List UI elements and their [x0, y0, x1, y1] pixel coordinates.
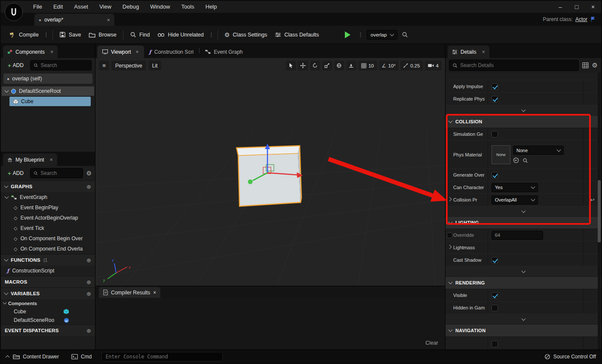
graphs-section-header[interactable]: GRAPHS ⊕: [1, 180, 95, 192]
lit-button[interactable]: Lit: [148, 61, 162, 70]
surface-snap-button[interactable]: [346, 61, 356, 70]
macros-section-header[interactable]: MACROS ⊕: [1, 276, 95, 288]
menu-edit[interactable]: Edit: [48, 1, 68, 13]
add-dispatcher-icon[interactable]: ⊕: [86, 327, 91, 334]
asset-tab-overlap[interactable]: ● overlap* ×: [34, 14, 114, 26]
variables-category-components[interactable]: Components: [1, 299, 95, 307]
property-matrix-icon[interactable]: [582, 62, 589, 68]
construction-script-row[interactable]: ƒ ConstructionScript: [1, 266, 95, 276]
browse-button[interactable]: Browse: [85, 28, 120, 41]
cmd-button[interactable]: Cmd: [71, 354, 92, 360]
tab-compiler-results[interactable]: Compiler Results ×: [99, 287, 160, 298]
rendering-advanced-expander[interactable]: [445, 314, 601, 324]
source-control-button[interactable]: Source Control Off: [544, 354, 596, 360]
details-search-input[interactable]: [460, 62, 575, 68]
hidden-in-game-checkbox[interactable]: [491, 305, 498, 311]
menu-window[interactable]: Window: [144, 1, 175, 13]
play-options-icon[interactable]: ⋮: [357, 31, 364, 38]
play-button[interactable]: [341, 28, 354, 41]
event-row[interactable]: ◇ Event Tick: [1, 223, 95, 233]
tab-event-graph[interactable]: Event Graph: [200, 46, 248, 58]
menu-tools[interactable]: Tools: [175, 1, 200, 13]
components-search-input[interactable]: [40, 62, 88, 68]
select-tool-button[interactable]: [286, 61, 296, 70]
close-icon[interactable]: ×: [50, 49, 53, 55]
expand-chevron-icon[interactable]: [447, 197, 452, 202]
cast-shadow-checkbox[interactable]: [491, 257, 498, 263]
tab-construction-script[interactable]: ƒ Construction Scri: [144, 46, 199, 58]
event-graph-row[interactable]: EventGraph: [1, 192, 95, 202]
variable-row-scene-root[interactable]: DefaultSceneRoo: [1, 316, 95, 324]
variables-section-header[interactable]: VARIABLES ⊕: [1, 288, 95, 299]
event-row[interactable]: ◇ Event BeginPlay: [1, 202, 95, 213]
compile-options-icon[interactable]: ⋮: [43, 31, 50, 38]
grid-snap-control[interactable]: 10: [358, 61, 377, 70]
overridden-enable-checkbox[interactable]: [447, 232, 452, 238]
clear-button[interactable]: Clear: [425, 340, 438, 346]
event-row[interactable]: ◇ On Component End Overla: [1, 244, 95, 254]
navigation-section-header[interactable]: NAVIGATION: [445, 324, 601, 337]
lighting-section-header[interactable]: LIGHTING: [445, 217, 601, 229]
details-settings-gear-icon[interactable]: ⚙: [592, 61, 598, 69]
close-icon[interactable]: ×: [135, 49, 138, 55]
overridden-light-map-input[interactable]: [491, 231, 543, 240]
lighting-advanced-expander[interactable]: [445, 266, 601, 277]
minimize-button[interactable]: –: [552, 1, 568, 13]
add-macro-icon[interactable]: ⊕: [86, 279, 91, 285]
viewport-options-button[interactable]: ≡: [99, 61, 109, 70]
phys-material-thumbnail[interactable]: None: [491, 145, 510, 164]
add-variable-icon[interactable]: ⊕: [86, 291, 91, 297]
world-coordinate-button[interactable]: [334, 61, 344, 70]
blueprint-add-button[interactable]: + ADD: [4, 169, 27, 178]
physics-advanced-expander[interactable]: [445, 105, 601, 116]
can-character-dropdown[interactable]: Yes: [491, 183, 538, 192]
menu-help[interactable]: Help: [200, 1, 223, 13]
find-button[interactable]: Find: [126, 28, 154, 41]
expand-chevron-icon[interactable]: [5, 89, 9, 93]
menu-asset[interactable]: Asset: [68, 1, 94, 13]
menu-debug[interactable]: Debug: [117, 1, 144, 13]
event-row[interactable]: ◇ Event ActorBeginOverlap: [1, 213, 95, 223]
tab-viewport[interactable]: Viewport ×: [97, 46, 144, 58]
component-row-scene-root[interactable]: DefaultSceneRoot: [2, 86, 94, 96]
toolbar-search-icon[interactable]: [402, 31, 408, 38]
hide-unrelated-options-icon[interactable]: ⋮: [208, 31, 215, 38]
rotate-tool-button[interactable]: [310, 61, 320, 70]
add-graph-icon[interactable]: ⊕: [86, 184, 91, 190]
partial-checkbox[interactable]: [491, 341, 498, 347]
asset-tab-close-icon[interactable]: ×: [107, 17, 110, 23]
tab-components[interactable]: Components ×: [3, 46, 58, 58]
content-drawer-button[interactable]: Content Drawer: [13, 354, 59, 360]
use-selected-asset-icon[interactable]: [513, 157, 519, 163]
replicate-physics-checkbox[interactable]: [491, 96, 498, 102]
collision-presets-dropdown[interactable]: OverlapAll: [491, 196, 538, 205]
add-function-icon[interactable]: ⊕: [86, 257, 91, 263]
close-icon[interactable]: ×: [153, 290, 156, 296]
blueprint-filter-gear-icon[interactable]: ⚙: [86, 170, 92, 177]
parent-class-link[interactable]: Actor: [575, 16, 587, 22]
rotation-snap-control[interactable]: ∠ 10°: [379, 61, 399, 70]
event-row[interactable]: ◇ On Component Begin Over: [1, 233, 95, 244]
my-blueprint-search-input[interactable]: [40, 170, 80, 176]
hide-unrelated-button[interactable]: Hide Unrelated: [154, 28, 207, 41]
console-command-input[interactable]: [105, 354, 219, 360]
scale-snap-control[interactable]: 0.25: [400, 61, 423, 70]
camera-speed-control[interactable]: 4: [425, 61, 442, 70]
phys-material-dropdown[interactable]: None: [513, 146, 564, 155]
details-scrollbar[interactable]: [598, 73, 601, 349]
compile-button[interactable]: Compile: [5, 28, 43, 41]
visible-checkbox[interactable]: [491, 292, 498, 299]
components-search[interactable]: [30, 60, 92, 70]
simulation-generates-checkbox[interactable]: [491, 131, 498, 138]
collision-section-header[interactable]: COLLISION: [445, 116, 601, 128]
apply-impulse-checkbox[interactable]: [491, 83, 498, 90]
generate-overlap-checkbox[interactable]: [491, 172, 498, 178]
maximize-button[interactable]: □: [568, 1, 585, 13]
close-button[interactable]: ×: [585, 1, 601, 13]
expand-chevron-icon[interactable]: [447, 245, 452, 249]
browse-to-asset-icon[interactable]: [522, 158, 528, 163]
component-row-self[interactable]: ● overlap (self): [3, 73, 92, 84]
class-defaults-button[interactable]: Class Defaults: [271, 28, 323, 41]
class-settings-button[interactable]: ⚙ Class Settings: [221, 28, 271, 41]
chevron-up-icon[interactable]: [6, 355, 10, 359]
